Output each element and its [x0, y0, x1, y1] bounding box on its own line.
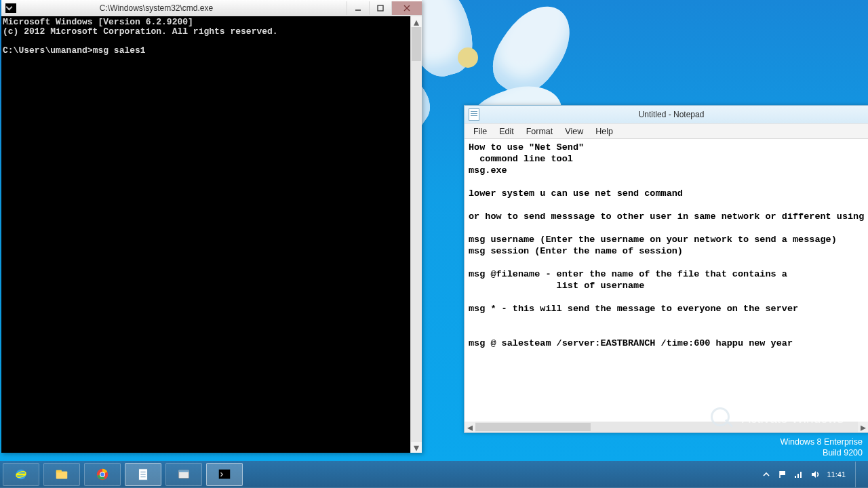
notepad-icon — [469, 108, 479, 121]
menu-help[interactable]: Help — [589, 125, 619, 138]
svg-rect-1 — [378, 5, 383, 11]
cmd-icon — [5, 3, 16, 13]
show-desktop-button[interactable] — [855, 462, 861, 487]
activate-windows-watermark: Activate Windows — [711, 407, 844, 430]
magnifier-icon — [711, 407, 734, 430]
svg-rect-21 — [797, 474, 799, 478]
taskbar[interactable]: 11:41 — [0, 461, 868, 488]
notepad-title: Untitled - Notepad — [484, 110, 868, 119]
svg-rect-7 — [56, 470, 62, 473]
windows-edition-label: Windows 8 Enterprise Build 9200 — [780, 436, 863, 458]
taskbar-chrome-button[interactable] — [84, 463, 121, 486]
taskbar-app-button[interactable] — [165, 463, 202, 486]
cmd-titlebar[interactable]: C:\Windows\system32\cmd.exe — [1, 0, 422, 16]
cmd-line-version: Microsoft Windows [Version 6.2.9200] — [3, 17, 193, 27]
notepad-menubar[interactable]: File Edit Format View Help — [465, 123, 868, 139]
close-button[interactable] — [391, 1, 422, 15]
notepad-textarea[interactable]: How to use "Net Send" commond line tool … — [465, 139, 868, 422]
cmd-terminal[interactable]: Microsoft Windows [Version 6.2.9200] (c)… — [1, 16, 410, 453]
svg-rect-16 — [179, 470, 189, 472]
tray-chevron-up-icon[interactable] — [762, 470, 771, 479]
svg-rect-18 — [780, 471, 785, 475]
cmd-scrollbar[interactable]: ▴ ▾ — [410, 16, 422, 453]
scroll-up-icon[interactable]: ▴ — [411, 16, 422, 27]
svg-rect-17 — [219, 470, 231, 479]
watermark-line1: Activate Windows — [742, 411, 844, 426]
cmd-typed-command: msg sales1 — [93, 45, 146, 56]
cmd-line-copyright: (c) 2012 Microsoft Corporation. All righ… — [3, 26, 278, 37]
menu-file[interactable]: File — [467, 125, 493, 138]
cmd-window[interactable]: C:\Windows\system32\cmd.exe Microsoft Wi… — [1, 0, 422, 453]
taskbar-cmd-button[interactable] — [206, 463, 243, 486]
cmd-prompt: C:\Users\umanand> — [3, 45, 93, 56]
notepad-titlebar[interactable]: Untitled - Notepad — [465, 106, 868, 123]
system-tray[interactable]: 11:41 — [762, 462, 865, 487]
taskbar-notepad-button[interactable] — [125, 463, 161, 486]
scroll-right-icon[interactable]: ▸ — [858, 422, 868, 432]
cmd-title: C:\Windows\system32\cmd.exe — [20, 3, 347, 13]
tray-volume-icon[interactable] — [810, 470, 820, 479]
menu-format[interactable]: Format — [520, 125, 559, 138]
notepad-window[interactable]: Untitled - Notepad File Edit Format View… — [464, 105, 868, 433]
scroll-down-icon[interactable]: ▾ — [411, 442, 422, 453]
edition-line2: Build 9200 — [780, 447, 863, 458]
scroll-left-icon[interactable]: ◂ — [465, 422, 475, 432]
scroll-thumb[interactable] — [475, 423, 591, 431]
svg-point-10 — [100, 472, 104, 476]
edition-line1: Windows 8 Enterprise — [780, 436, 863, 447]
tray-flag-icon[interactable] — [778, 470, 787, 479]
taskbar-explorer-button[interactable] — [43, 463, 80, 486]
scroll-thumb[interactable] — [412, 27, 421, 61]
taskbar-ie-button[interactable] — [3, 463, 39, 486]
tray-network-icon[interactable] — [794, 470, 804, 479]
svg-rect-20 — [795, 476, 796, 478]
menu-edit[interactable]: Edit — [493, 125, 520, 138]
menu-view[interactable]: View — [559, 125, 589, 138]
minimize-button[interactable] — [347, 1, 369, 15]
maximize-button[interactable] — [369, 1, 391, 15]
tray-clock[interactable]: 11:41 — [827, 470, 846, 479]
svg-rect-22 — [800, 472, 802, 478]
